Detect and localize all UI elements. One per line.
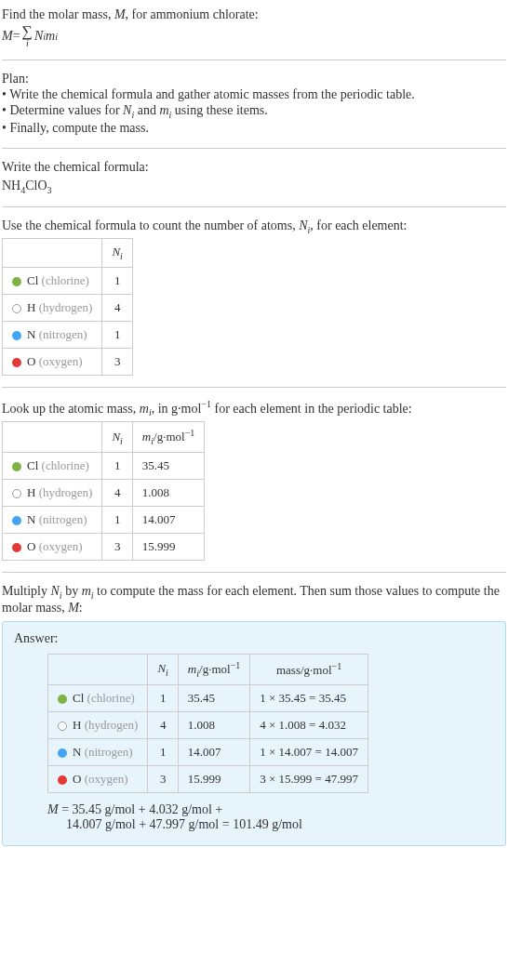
count-title: Use the chemical formula to count the nu…: [2, 219, 506, 235]
count-tbody: Cl (chlorine)1H (hydrogen)4N (nitrogen)1…: [3, 267, 133, 375]
element-cell: Cl (chlorine): [3, 267, 102, 294]
table-header-row: Ni: [3, 239, 133, 268]
lookup-title: Look up the atomic mass, mi, in g·mol−1 …: [2, 399, 506, 417]
element-cell: H (hydrogen): [3, 480, 102, 507]
exp: −1: [231, 660, 241, 670]
divider: [2, 206, 506, 207]
multiply-block: Multiply Ni by mi to compute the mass fo…: [2, 580, 506, 850]
n-cell: 1: [148, 685, 178, 712]
text: ClO: [25, 179, 47, 192]
n-cell: 1: [102, 453, 132, 480]
answer-title: Answer:: [14, 631, 494, 646]
element-cell: Cl (chlorine): [3, 453, 102, 480]
formula-block: Write the chemical formula: NH4ClO3: [2, 156, 506, 199]
header-mi: mi/g·mol−1: [132, 422, 204, 453]
text: for each element in the periodic table:: [211, 402, 412, 416]
answer-table: Ni mi/g·mol−1 mass/g·mol−1 Cl (chlorine)…: [47, 654, 368, 793]
text: by: [62, 584, 82, 598]
intro-line: Find the molar mass, M, for ammonium chl…: [2, 7, 506, 22]
table-row: O (oxygen)3: [3, 348, 133, 375]
element-cell: H (hydrogen): [48, 712, 148, 739]
text: Look up the atomic mass,: [2, 402, 140, 416]
element-dot-icon: [12, 489, 21, 498]
element-dot-icon: [12, 304, 21, 313]
element-dot-icon: [12, 462, 21, 471]
n-cell: 4: [102, 294, 132, 321]
plan-block: Plan: • Write the chemical formula and g…: [2, 68, 506, 140]
text: and: [134, 103, 159, 117]
m-cell: 15.999: [132, 534, 204, 561]
element-dot-icon: [58, 748, 67, 758]
text: Use the chemical formula to count the nu…: [2, 219, 299, 232]
element-symbol: Cl: [27, 273, 38, 287]
element-name: (nitrogen): [39, 512, 87, 526]
header-blank: [3, 239, 102, 268]
mass-cell: 4 × 1.008 = 4.032: [250, 712, 368, 739]
text: Find the molar mass,: [2, 7, 114, 21]
element-name: (hydrogen): [39, 300, 93, 314]
n-cell: 1: [102, 321, 132, 348]
mass-cell: 3 × 15.999 = 47.997: [250, 766, 368, 793]
header-mi: mi/g·mol−1: [178, 655, 249, 685]
divider: [2, 60, 506, 60]
element-cell: N (nitrogen): [3, 507, 102, 534]
n-cell: 3: [148, 766, 178, 793]
element-dot-icon: [12, 543, 21, 552]
var-m: m: [140, 402, 149, 416]
element-dot-icon: [58, 722, 67, 731]
element-name: (hydrogen): [85, 718, 139, 732]
lookup-table: Ni mi/g·mol−1 Cl (chlorine)135.45H (hydr…: [2, 421, 205, 561]
var-m: m: [188, 662, 196, 676]
table-header-row: Ni mi/g·mol−1 mass/g·mol−1: [48, 655, 368, 685]
plan-bullet: • Determine values for Ni and mi using t…: [2, 103, 506, 120]
element-symbol: O: [27, 354, 35, 368]
m-cell: 1.008: [132, 480, 204, 507]
text: /g·mol: [199, 662, 231, 676]
table-row: H (hydrogen)41.0084 × 1.008 = 4.032: [48, 712, 368, 739]
text: using these items.: [171, 103, 267, 117]
element-dot-icon: [58, 775, 67, 785]
var-m: m: [159, 103, 168, 117]
var-N: N: [299, 219, 307, 232]
text: , for ammonium chlorate:: [126, 7, 259, 21]
header-blank: [3, 422, 102, 453]
var-M: M: [2, 29, 13, 44]
n-cell: 3: [102, 348, 132, 375]
header-Ni: Ni: [148, 655, 178, 685]
header-mass: mass/g·mol−1: [250, 655, 368, 685]
count-block: Use the chemical formula to count the nu…: [2, 215, 506, 379]
text: • Determine values for: [2, 103, 123, 117]
element-dot-icon: [12, 516, 21, 525]
element-dot-icon: [12, 331, 21, 340]
element-name: (oxygen): [39, 539, 83, 553]
formula-title: Write the chemical formula:: [2, 160, 506, 175]
text: 14.007 g/mol + 47.997 g/mol = 101.49 g/m…: [47, 817, 494, 832]
element-name: (chlorine): [87, 691, 135, 705]
molar-mass-equation: M = ∑ i Nimi: [2, 24, 506, 48]
subscript: 3: [47, 185, 52, 195]
var-M: M: [68, 601, 79, 615]
n-cell: 1: [148, 739, 178, 766]
table-row: N (nitrogen)114.007: [3, 507, 205, 534]
sub-i: i: [166, 668, 168, 678]
plan-title: Plan:: [2, 72, 506, 86]
element-symbol: Cl: [27, 458, 38, 472]
divider: [2, 148, 506, 149]
n-cell: 1: [102, 267, 132, 294]
element-symbol: O: [73, 772, 81, 786]
m-cell: 15.999: [178, 766, 249, 793]
var-N: N: [157, 661, 166, 675]
element-cell: H (hydrogen): [3, 294, 102, 321]
element-cell: O (oxygen): [3, 534, 102, 561]
lookup-tbody: Cl (chlorine)135.45H (hydrogen)41.008N (…: [3, 453, 205, 561]
answer-tbody: Cl (chlorine)135.451 × 35.45 = 35.45H (h…: [48, 685, 368, 793]
exp: −1: [201, 399, 211, 409]
element-dot-icon: [58, 695, 67, 704]
mass-cell: 1 × 14.007 = 14.007: [250, 739, 368, 766]
table-row: Cl (chlorine)135.451 × 35.45 = 35.45: [48, 685, 368, 712]
element-name: (nitrogen): [39, 327, 87, 341]
element-symbol: Cl: [73, 691, 84, 705]
element-dot-icon: [12, 358, 21, 367]
element-symbol: H: [27, 300, 35, 314]
sub-i: i: [120, 435, 123, 445]
